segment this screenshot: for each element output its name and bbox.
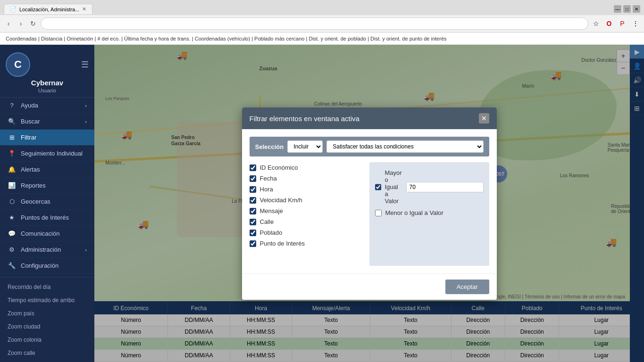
sidebar-item-alertas[interactable]: 🔔 Alertas — [0, 162, 94, 178]
pinterest-icon[interactable]: P — [618, 19, 627, 28]
sidebar-bottom-zoom-pais[interactable]: Zoom país — [0, 307, 94, 320]
tab-bar: 📄 Localización, Administra... ✕ — □ ✕ — [0, 0, 644, 15]
sidebar-item-seguimiento[interactable]: 📍 Seguimiento Individual — [0, 146, 94, 162]
sidebar: C ☰ Cybernav Usuario ? Ayuda › 🔍 Buscar … — [0, 45, 94, 362]
checkbox-id-input[interactable] — [250, 165, 256, 171]
filter-menor-checkbox[interactable] — [375, 210, 382, 216]
user-label: Usuario — [38, 88, 56, 93]
modal-content-area: ID Económico Fecha Hora — [250, 162, 489, 266]
checkbox-id-economico: ID Económico — [250, 162, 364, 173]
checkbox-fecha-input[interactable] — [250, 175, 256, 182]
checkbox-poi-label: Punto de Interés — [260, 240, 305, 247]
sidebar-bottom-tiempo[interactable]: Tiempo estimado de arribo — [0, 294, 94, 307]
sidebar-item-reportes[interactable]: 📊 Reportes — [0, 178, 94, 194]
sidebar-label-puntos: Puntos de Interés — [21, 214, 69, 221]
sidebar-item-geocercas[interactable]: ⬡ Geocercas — [0, 194, 94, 210]
sidebar-label-alertas: Alertas — [21, 166, 40, 173]
checkbox-hora: Hora — [250, 184, 364, 195]
config-icon: 🔧 — [8, 262, 16, 269]
close-button[interactable]: ✕ — [633, 5, 640, 13]
info-bar-text: Coordenadas | Distancia | Orinetación | … — [6, 36, 447, 41]
sidebar-label-buscar: Buscar — [21, 118, 40, 125]
sidebar-logo: C ☰ Cybernav Usuario — [0, 45, 94, 98]
refresh-button[interactable]: ↻ — [28, 19, 38, 28]
checkbox-poblado-label: Poblado — [260, 229, 283, 236]
restore-button[interactable]: □ — [623, 5, 631, 13]
bookmark-icon[interactable]: ☆ — [591, 19, 601, 28]
sidebar-bottom-zoom-calle[interactable]: Zoom calle — [0, 346, 94, 360]
menu-toggle-icon[interactable]: ☰ — [81, 59, 89, 70]
zoom-calle-label: Zoom calle — [8, 350, 35, 356]
sidebar-label-configuracion: Configuración — [21, 262, 59, 269]
sidebar-label-reportes: Reportes — [21, 182, 46, 189]
modal-left-panel: ID Económico Fecha Hora — [250, 162, 369, 266]
browser-icons: ☆ O P ⋮ — [591, 19, 640, 28]
modal-title: Filtrar elementos en ventana activa — [250, 115, 360, 123]
condition-select[interactable]: Satisfacer todas las condiciones Satisfa… — [326, 140, 483, 153]
logo-text: Cybernav — [31, 79, 63, 87]
main-layout: C ☰ Cybernav Usuario ? Ayuda › 🔍 Buscar … — [0, 45, 644, 362]
reports-icon: 📊 — [8, 182, 16, 189]
modal-close-button[interactable]: ✕ — [479, 113, 489, 123]
sidebar-label-ayuda: Ayuda — [21, 102, 38, 109]
top-info-bar: Coordenadas | Distancia | Orinetación | … — [0, 33, 644, 45]
modal-right-panel: Mayor o Igual a Valor Menor o Igual a Va… — [369, 162, 489, 266]
selection-label: Selección — [255, 143, 284, 150]
checkbox-mensaje-input[interactable] — [250, 208, 256, 214]
sidebar-item-ayuda[interactable]: ? Ayuda › — [0, 98, 94, 114]
comm-icon: 💬 — [8, 230, 16, 237]
checkbox-poblado-input[interactable] — [250, 230, 256, 236]
filter-mayor-checkbox[interactable] — [375, 184, 381, 190]
menu-dots-icon[interactable]: ⋮ — [631, 19, 640, 28]
checkbox-velocidad: Velocidad Km/h — [250, 195, 364, 206]
sidebar-bottom-zoom-colonia[interactable]: Zoom colonia — [0, 333, 94, 346]
tab-close-icon[interactable]: ✕ — [82, 6, 86, 12]
sidebar-label-geocercas: Geocercas — [21, 198, 50, 205]
recorrido-label: Recorrido del día — [8, 284, 50, 290]
minimize-button[interactable]: — — [614, 5, 621, 13]
filter-menor-row: Menor o Igual a Valor — [375, 207, 484, 219]
tab-title: Localización, Administra... — [19, 7, 79, 12]
browser-tab[interactable]: 📄 Localización, Administra... ✕ — [4, 4, 92, 14]
browser-controls: ‹ › ↻ ☆ O P ⋮ — [0, 15, 644, 32]
opera-icon[interactable]: O — [604, 19, 614, 28]
sidebar-item-comunicacion[interactable]: 💬 Comunicación — [0, 226, 94, 242]
sidebar-item-filtrar[interactable]: ⊞ Filtrar — [0, 130, 94, 146]
accept-button[interactable]: Aceptar — [445, 280, 489, 294]
checkbox-velocidad-input[interactable] — [250, 197, 256, 204]
modal-header: Filtrar elementos en ventana activa ✕ — [242, 107, 497, 129]
sidebar-label-administracion: Administración — [21, 246, 61, 253]
zoom-colonia-label: Zoom colonia — [8, 337, 42, 343]
filter-icon: ⊞ — [8, 134, 16, 141]
filter-mayor-input[interactable] — [406, 182, 484, 192]
geofences-icon: ⬡ — [8, 198, 16, 205]
checkbox-calle-input[interactable] — [250, 219, 256, 225]
sidebar-item-buscar[interactable]: 🔍 Buscar › — [0, 114, 94, 130]
poi-icon: ★ — [8, 214, 16, 221]
modal-footer: Aceptar — [242, 273, 497, 300]
sidebar-bottom: Recorrido del día Tiempo estimado de arr… — [0, 277, 94, 362]
checkbox-poi-input[interactable] — [250, 240, 256, 247]
filter-mayor-row: Mayor o Igual a Valor — [375, 167, 484, 207]
admin-icon: ⚙ — [8, 246, 16, 253]
checkbox-hora-input[interactable] — [250, 186, 256, 193]
chevron-icon: › — [85, 119, 87, 124]
sidebar-item-administracion[interactable]: ⚙ Administración › — [0, 242, 94, 258]
filter-mayor-label: Mayor o Igual a Valor — [385, 169, 402, 205]
checkbox-calle-label: Calle — [260, 218, 274, 225]
sidebar-label-filtrar: Filtrar — [21, 134, 36, 141]
filter-menor-label: Menor o Igual a Valor — [385, 209, 443, 216]
tracking-icon: 📍 — [8, 150, 16, 157]
sidebar-bottom-recorrido[interactable]: Recorrido del día — [0, 280, 94, 294]
help-icon: ? — [8, 102, 16, 109]
forward-button[interactable]: › — [16, 19, 25, 28]
sidebar-bottom-zoom-ciudad[interactable]: Zoom ciudad — [0, 320, 94, 333]
modal-selection-row: Selección Incluir Excluir Satisfacer tod… — [250, 137, 489, 156]
sidebar-item-configuracion[interactable]: 🔧 Configuración — [0, 258, 94, 274]
zoom-ciudad-label: Zoom ciudad — [8, 323, 40, 330]
include-select[interactable]: Incluir Excluir — [287, 140, 323, 153]
checkbox-fecha-label: Fecha — [260, 175, 277, 182]
address-bar[interactable] — [41, 17, 588, 30]
sidebar-item-puntos[interactable]: ★ Puntos de Interés — [0, 210, 94, 226]
back-button[interactable]: ‹ — [4, 19, 13, 28]
